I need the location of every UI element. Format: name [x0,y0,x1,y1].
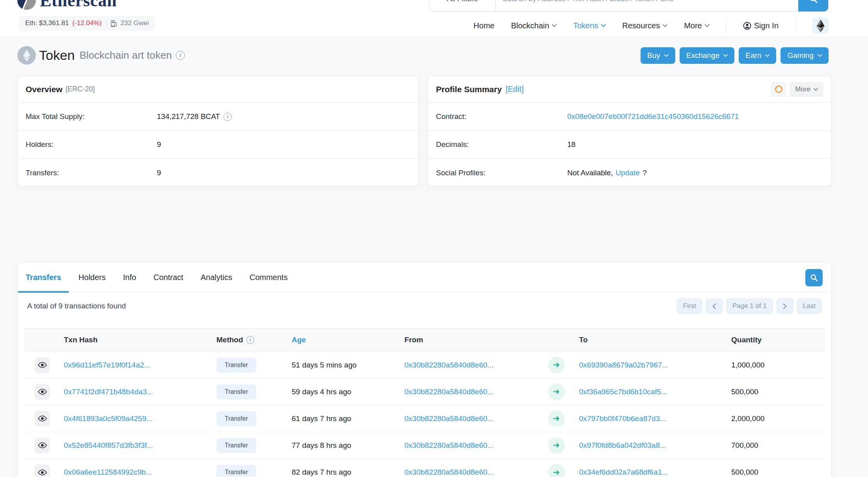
from-address-link[interactable]: 0x30b82280a5840d8e60... [404,361,494,369]
search-input[interactable] [495,0,798,11]
txn-hash-link[interactable]: 0x52e85440f857d3fb3f3f... [64,441,153,449]
info-icon[interactable] [224,113,232,121]
txn-hash-link[interactable]: 0x96d11ef57e19f0f14a2... [64,361,150,369]
arrow-right-icon [548,384,565,400]
max-total-supply-label: Max Total Supply: [26,112,157,121]
etherscan-logo-icon [17,0,36,10]
nav-blockchain[interactable]: Blockchain [511,21,557,30]
to-address-link[interactable]: 0x97f0fd8b6a042df03a8... [579,441,666,449]
eye-icon [38,388,47,395]
to-address-link[interactable]: 0x69390a8679a02b7967... [579,361,668,369]
nav-home[interactable]: Home [473,21,494,30]
page: { "colors": { "accent": "#3498db", "nega… [0,0,868,477]
nav-divider [795,18,795,33]
contract-address-link[interactable]: 0x08e0e007eb00f721dd6e31c450360d15626c66… [567,112,739,121]
profile-more-button[interactable]: More [790,82,823,97]
table-search-button[interactable] [805,269,823,286]
from-address-link[interactable]: 0x30b82280a5840d8e60... [404,441,494,449]
method-badge: Transfer [216,384,256,399]
search-filter-label: All Filters [447,0,477,3]
decimals-row: Decimals: 18 [428,131,831,159]
search-filter-dropdown[interactable]: All Filters [429,0,495,11]
to-address-link[interactable]: 0x34ef6dd02a7a68df6a1... [579,468,668,476]
chevron-down-icon [601,24,606,27]
to-address-link[interactable]: 0x797bb0f470b6ea87d3... [579,414,666,423]
preview-eye-button[interactable] [34,464,50,477]
chevron-down-icon [814,88,818,91]
pagination-prev-button[interactable] [706,298,723,314]
price-separator: | [105,19,107,27]
orange-ring-icon [775,85,782,93]
method-badge: Transfer [216,358,256,373]
token-subtitle: Blockchain art token [80,49,172,61]
edit-profile-link[interactable]: [Edit] [506,85,524,94]
nav-more[interactable]: More [684,21,710,30]
txn-hash-link[interactable]: 0x06a6ee112584992c9b... [64,468,152,476]
info-icon[interactable] [176,51,185,60]
update-social-link[interactable]: Update [616,169,640,177]
earn-button[interactable]: Earn [739,47,776,64]
table-summary-row: A total of 9 transactions found First Pa… [18,293,831,319]
exchange-button-label: Exchange [686,51,720,60]
tab-transfers[interactable]: Transfers [18,263,69,292]
pagination-first-button[interactable]: First [677,298,702,314]
search-submit-button[interactable] [798,0,828,11]
nav-blockchain-label: Blockchain [511,21,549,30]
to-address-link[interactable]: 0xf36a965c7bd6b10caf5... [579,388,667,396]
buy-button[interactable]: Buy [641,47,675,64]
nav-home-label: Home [473,21,494,30]
nav-tokens[interactable]: Tokens [573,21,605,30]
preview-eye-button[interactable] [34,411,50,427]
from-address-link[interactable]: 0x30b82280a5840d8e60... [404,388,494,396]
age-value: 77 days 8 hrs ago [292,441,351,449]
etherscan-logo[interactable]: Etherscan [17,0,117,11]
tab-analytics[interactable]: Analytics [193,263,240,292]
tab-contract[interactable]: Contract [145,263,191,292]
exchange-button[interactable]: Exchange [680,47,735,64]
nav-sign-in[interactable]: Sign In [743,21,779,30]
preview-eye-button[interactable] [34,438,50,453]
pagination-current-page: Page 1 of 1 [726,298,773,314]
social-profiles-suffix: ? [643,169,647,177]
chevron-down-icon [705,24,710,27]
tab-holders[interactable]: Holders [71,263,114,292]
chevron-down-icon [663,24,667,27]
chevron-down-icon [552,24,557,27]
pagination-next-button[interactable] [776,298,793,314]
col-from: From [394,336,544,344]
chevron-down-icon [664,54,669,57]
tab-comments[interactable]: Comments [242,263,296,292]
col-to: To [569,336,721,344]
from-address-link[interactable]: 0x30b82280a5840d8e60... [404,414,494,423]
age-value: 61 days 7 hrs ago [292,414,351,423]
gaming-button[interactable]: Gaming [780,47,829,64]
profile-more-label: More [795,85,810,93]
preview-eye-button[interactable] [34,384,50,400]
preview-eye-button[interactable] [34,357,50,373]
gaming-button-label: Gaming [787,51,814,60]
from-address-link[interactable]: 0x30b82280a5840d8e60... [404,468,494,476]
method-badge: Transfer [216,438,256,453]
network-switch-button[interactable] [812,17,829,34]
nav-resources[interactable]: Resources [622,21,668,30]
pagination: First Page 1 of 1 Last [677,298,822,314]
info-icon[interactable] [246,336,254,344]
quantity-value: 700,000 [731,441,758,449]
nav-resources-label: Resources [622,21,660,30]
eth-price: Eth: $3,361.81 [25,19,69,27]
transfers-label: Transfers: [26,169,157,177]
holders-value: 9 [157,140,161,149]
etherscan-logo-text: Etherscan [40,0,117,11]
col-age-sort[interactable]: Age [281,336,394,344]
txn-hash-link[interactable]: 0x7741f2df471b48b4da3... [64,388,153,396]
tab-bar: Transfers Holders Info Contract Analytic… [18,263,831,293]
reputation-badge-button[interactable] [771,82,786,97]
chevron-down-icon [723,54,728,57]
pagination-last-button[interactable]: Last [797,298,822,314]
arrow-right-icon [548,410,565,427]
txn-hash-link[interactable]: 0x4f61893a0c5f09a4259... [64,414,153,423]
tab-info[interactable]: Info [115,263,144,292]
social-profiles-row: Social Profiles: Not Available, Update ? [428,159,831,187]
holders-row: Holders: 9 [18,131,418,159]
holders-label: Holders: [26,140,157,149]
